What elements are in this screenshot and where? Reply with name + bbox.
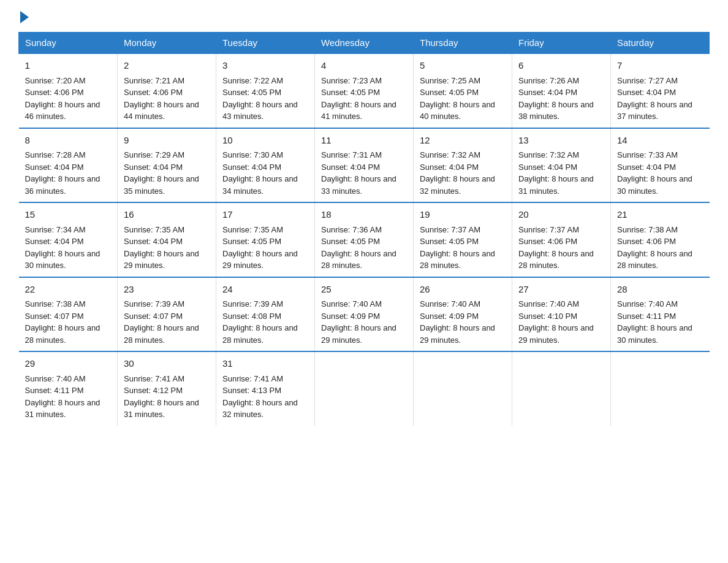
calendar-cell: 22Sunrise: 7:38 AMSunset: 4:07 PMDayligh… — [19, 277, 118, 352]
day-info: Sunrise: 7:34 AMSunset: 4:04 PMDaylight:… — [25, 225, 100, 270]
calendar-cell: 8Sunrise: 7:28 AMSunset: 4:04 PMDaylight… — [19, 128, 118, 203]
day-info: Sunrise: 7:37 AMSunset: 4:06 PMDaylight:… — [518, 225, 594, 270]
day-info: Sunrise: 7:36 AMSunset: 4:05 PMDaylight:… — [321, 225, 396, 270]
calendar-cell: 28Sunrise: 7:40 AMSunset: 4:11 PMDayligh… — [611, 277, 710, 352]
day-info: Sunrise: 7:30 AMSunset: 4:04 PMDaylight:… — [222, 150, 298, 196]
calendar-cell: 11Sunrise: 7:31 AMSunset: 4:04 PMDayligh… — [315, 128, 414, 203]
day-info: Sunrise: 7:28 AMSunset: 4:04 PMDaylight:… — [25, 150, 100, 196]
calendar-cell: 16Sunrise: 7:35 AMSunset: 4:04 PMDayligh… — [118, 202, 216, 277]
calendar-cell: 19Sunrise: 7:37 AMSunset: 4:05 PMDayligh… — [414, 202, 512, 277]
calendar-cell: 12Sunrise: 7:32 AMSunset: 4:04 PMDayligh… — [414, 128, 512, 203]
day-number: 2 — [124, 59, 210, 73]
header-friday: Friday — [512, 33, 611, 54]
day-info: Sunrise: 7:31 AMSunset: 4:04 PMDaylight:… — [321, 150, 396, 196]
day-number: 26 — [420, 283, 506, 297]
calendar-table: SundayMondayTuesdayWednesdayThursdayFrid… — [18, 32, 710, 426]
day-info: Sunrise: 7:37 AMSunset: 4:05 PMDaylight:… — [420, 225, 495, 270]
header-monday: Monday — [118, 33, 216, 54]
calendar-cell: 13Sunrise: 7:32 AMSunset: 4:04 PMDayligh… — [512, 128, 611, 203]
day-number: 19 — [420, 208, 506, 222]
day-info: Sunrise: 7:38 AMSunset: 4:07 PMDaylight:… — [25, 299, 100, 345]
calendar-cell: 29Sunrise: 7:40 AMSunset: 4:11 PMDayligh… — [19, 351, 118, 426]
day-info: Sunrise: 7:40 AMSunset: 4:09 PMDaylight:… — [420, 299, 495, 345]
day-number: 24 — [222, 283, 308, 297]
calendar-cell: 2Sunrise: 7:21 AMSunset: 4:06 PMDaylight… — [118, 53, 216, 128]
day-number: 25 — [321, 283, 407, 297]
day-info: Sunrise: 7:40 AMSunset: 4:11 PMDaylight:… — [617, 299, 692, 345]
day-number: 22 — [25, 283, 112, 297]
calendar-cell: 26Sunrise: 7:40 AMSunset: 4:09 PMDayligh… — [414, 277, 512, 352]
header-saturday: Saturday — [611, 33, 710, 54]
day-number: 10 — [222, 134, 308, 148]
day-info: Sunrise: 7:40 AMSunset: 4:10 PMDaylight:… — [518, 299, 594, 345]
calendar-week-row: 1Sunrise: 7:20 AMSunset: 4:06 PMDaylight… — [19, 53, 710, 128]
calendar-week-row: 22Sunrise: 7:38 AMSunset: 4:07 PMDayligh… — [19, 277, 710, 352]
logo-general — [18, 12, 29, 23]
day-number: 12 — [420, 134, 506, 148]
calendar-cell: 4Sunrise: 7:23 AMSunset: 4:05 PMDaylight… — [315, 53, 414, 128]
header-thursday: Thursday — [414, 33, 512, 54]
day-info: Sunrise: 7:29 AMSunset: 4:04 PMDaylight:… — [124, 150, 199, 196]
day-number: 28 — [617, 283, 703, 297]
calendar-week-row: 29Sunrise: 7:40 AMSunset: 4:11 PMDayligh… — [19, 351, 710, 426]
calendar-cell — [315, 351, 414, 426]
logo — [18, 12, 29, 21]
calendar-cell: 10Sunrise: 7:30 AMSunset: 4:04 PMDayligh… — [216, 128, 315, 203]
day-number: 9 — [124, 134, 210, 148]
calendar-cell: 25Sunrise: 7:40 AMSunset: 4:09 PMDayligh… — [315, 277, 414, 352]
day-number: 23 — [124, 283, 210, 297]
day-number: 20 — [518, 208, 604, 222]
calendar-cell: 17Sunrise: 7:35 AMSunset: 4:05 PMDayligh… — [216, 202, 315, 277]
day-info: Sunrise: 7:32 AMSunset: 4:04 PMDaylight:… — [420, 150, 495, 196]
calendar-week-row: 15Sunrise: 7:34 AMSunset: 4:04 PMDayligh… — [19, 202, 710, 277]
day-number: 27 — [518, 283, 604, 297]
calendar-week-row: 8Sunrise: 7:28 AMSunset: 4:04 PMDaylight… — [19, 128, 710, 203]
calendar-cell: 30Sunrise: 7:41 AMSunset: 4:12 PMDayligh… — [118, 351, 216, 426]
day-number: 18 — [321, 208, 407, 222]
header-tuesday: Tuesday — [216, 33, 315, 54]
day-info: Sunrise: 7:39 AMSunset: 4:07 PMDaylight:… — [124, 299, 199, 345]
day-info: Sunrise: 7:41 AMSunset: 4:13 PMDaylight:… — [222, 374, 298, 419]
calendar-cell — [611, 351, 710, 426]
day-info: Sunrise: 7:20 AMSunset: 4:06 PMDaylight:… — [25, 76, 100, 121]
day-info: Sunrise: 7:22 AMSunset: 4:05 PMDaylight:… — [222, 76, 298, 121]
day-info: Sunrise: 7:21 AMSunset: 4:06 PMDaylight:… — [124, 76, 199, 121]
calendar-cell: 1Sunrise: 7:20 AMSunset: 4:06 PMDaylight… — [19, 53, 118, 128]
calendar-cell — [512, 351, 611, 426]
day-info: Sunrise: 7:41 AMSunset: 4:12 PMDaylight:… — [124, 374, 199, 419]
day-number: 13 — [518, 134, 604, 148]
day-info: Sunrise: 7:33 AMSunset: 4:04 PMDaylight:… — [617, 150, 692, 196]
calendar-cell: 24Sunrise: 7:39 AMSunset: 4:08 PMDayligh… — [216, 277, 315, 352]
calendar-cell: 14Sunrise: 7:33 AMSunset: 4:04 PMDayligh… — [611, 128, 710, 203]
day-info: Sunrise: 7:25 AMSunset: 4:05 PMDaylight:… — [420, 76, 495, 121]
day-number: 21 — [617, 208, 703, 222]
day-number: 7 — [617, 59, 703, 73]
day-number: 6 — [518, 59, 604, 73]
day-number: 5 — [420, 59, 506, 73]
day-info: Sunrise: 7:40 AMSunset: 4:09 PMDaylight:… — [321, 299, 396, 345]
day-number: 17 — [222, 208, 308, 222]
calendar-cell: 31Sunrise: 7:41 AMSunset: 4:13 PMDayligh… — [216, 351, 315, 426]
calendar-cell: 6Sunrise: 7:26 AMSunset: 4:04 PMDaylight… — [512, 53, 611, 128]
day-info: Sunrise: 7:26 AMSunset: 4:04 PMDaylight:… — [518, 76, 594, 121]
day-number: 4 — [321, 59, 407, 73]
calendar-cell: 18Sunrise: 7:36 AMSunset: 4:05 PMDayligh… — [315, 202, 414, 277]
day-number: 14 — [617, 134, 703, 148]
day-info: Sunrise: 7:27 AMSunset: 4:04 PMDaylight:… — [617, 76, 692, 121]
calendar-cell: 5Sunrise: 7:25 AMSunset: 4:05 PMDaylight… — [414, 53, 512, 128]
calendar-cell: 7Sunrise: 7:27 AMSunset: 4:04 PMDaylight… — [611, 53, 710, 128]
calendar-header-row: SundayMondayTuesdayWednesdayThursdayFrid… — [19, 33, 710, 54]
logo-arrow-icon — [20, 11, 29, 23]
day-number: 8 — [25, 134, 112, 148]
calendar-cell: 15Sunrise: 7:34 AMSunset: 4:04 PMDayligh… — [19, 202, 118, 277]
calendar-cell: 20Sunrise: 7:37 AMSunset: 4:06 PMDayligh… — [512, 202, 611, 277]
day-number: 30 — [124, 357, 210, 371]
calendar-cell: 21Sunrise: 7:38 AMSunset: 4:06 PMDayligh… — [611, 202, 710, 277]
day-number: 11 — [321, 134, 407, 148]
page-header — [18, 12, 710, 21]
day-number: 1 — [25, 59, 112, 73]
calendar-cell: 3Sunrise: 7:22 AMSunset: 4:05 PMDaylight… — [216, 53, 315, 128]
calendar-cell: 23Sunrise: 7:39 AMSunset: 4:07 PMDayligh… — [118, 277, 216, 352]
day-info: Sunrise: 7:38 AMSunset: 4:06 PMDaylight:… — [617, 225, 692, 270]
day-info: Sunrise: 7:32 AMSunset: 4:04 PMDaylight:… — [518, 150, 594, 196]
